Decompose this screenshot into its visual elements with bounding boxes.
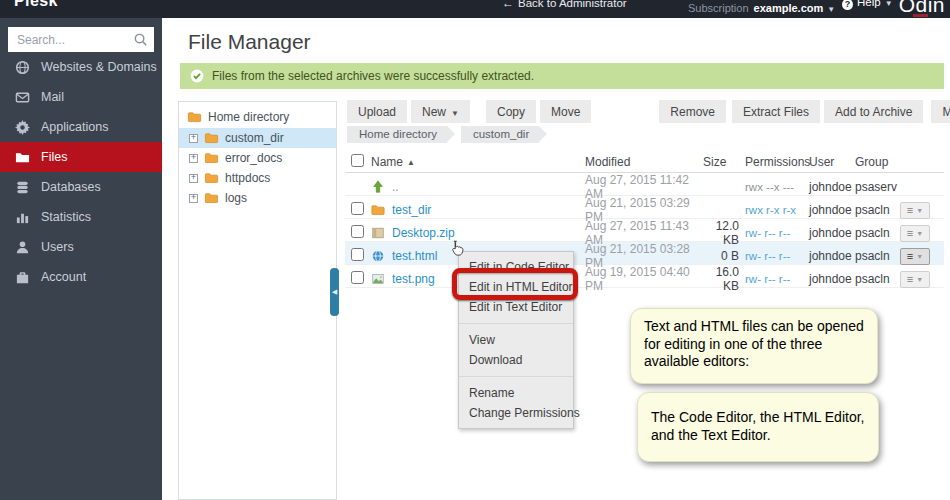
hand-cursor-icon — [449, 240, 466, 257]
sidebar-item-users[interactable]: Users — [0, 232, 162, 262]
chevron-down-icon: ▼ — [916, 230, 923, 237]
sidebar-item-statistics[interactable]: Statistics — [0, 202, 162, 232]
breadcrumb-custom-dir[interactable]: custom_dir — [461, 126, 539, 143]
menu-item-download[interactable]: Download — [459, 350, 573, 370]
subscription-menu[interactable]: Subscriptionexample.com▼ — [688, 2, 835, 14]
expand-icon[interactable]: + — [189, 154, 198, 163]
menu-item-edit-in-text-editor[interactable]: Edit in Text Editor — [459, 297, 573, 317]
tree-item-home-directory[interactable]: Home directory — [179, 106, 336, 128]
row-actions-button[interactable]: ≡▼ — [900, 225, 930, 242]
file-table: Name▲ Modified Size Permissions User Gro… — [345, 152, 944, 288]
column-header-name[interactable]: Name▲ — [371, 155, 585, 169]
table-row-up-level[interactable]: .. Aug 27, 2015 11:42 AM rwx --x --- joh… — [345, 173, 944, 196]
row-checkbox[interactable] — [351, 225, 364, 238]
page-title: File Manager — [188, 30, 311, 54]
file-name-link[interactable]: .. — [392, 180, 399, 194]
move-button[interactable]: Move — [540, 100, 591, 123]
help-menu[interactable]: ?Help▼ — [842, 0, 893, 10]
row-actions-button[interactable]: ≡▼ — [900, 271, 930, 288]
group-cell: psacln — [855, 249, 900, 263]
search-icon — [133, 32, 148, 47]
back-to-administrator-link[interactable]: ←Back to Administrator — [502, 0, 627, 10]
permissions-link[interactable]: rw- r-- r-- — [745, 227, 809, 239]
menu-icon: ≡ — [907, 204, 913, 216]
sidebar-item-files[interactable]: Files — [0, 142, 162, 172]
file-name-link[interactable]: Desktop.zip — [392, 226, 455, 240]
row-checkbox[interactable] — [351, 202, 364, 215]
menu-item-rename[interactable]: Rename — [459, 383, 573, 403]
new-button[interactable]: New▼ — [411, 100, 470, 123]
briefcase-icon — [15, 270, 30, 285]
add-to-archive-button[interactable]: Add to Archive — [824, 100, 923, 123]
sort-asc-icon: ▲ — [407, 158, 415, 167]
row-actions-button[interactable]: ≡▼ — [900, 248, 930, 265]
sidebar-item-websites-domains[interactable]: Websites & Domains — [0, 52, 162, 82]
check-circle-icon — [190, 69, 204, 83]
gear-icon — [15, 120, 30, 135]
upload-button[interactable]: Upload — [347, 100, 407, 123]
table-row-test-html[interactable]: test.html Aug 21, 2015 03:28 PM 0 B rw- … — [345, 242, 944, 265]
sidebar-item-databases[interactable]: Databases — [0, 172, 162, 202]
row-checkbox[interactable] — [351, 271, 364, 284]
user-cell: johndoe — [809, 180, 855, 194]
tree-item-custom-dir[interactable]: + custom_dir — [179, 128, 336, 148]
banner-message: Files from the selected archives were su… — [212, 69, 534, 83]
column-header-group[interactable]: Group — [855, 155, 900, 169]
plesk-logo[interactable]: Plesk — [14, 0, 58, 10]
breadcrumb: Home directory custom_dir — [347, 126, 553, 143]
table-row-desktop-zip[interactable]: Desktop.zip Aug 27, 2015 11:43 AM 12.0 K… — [345, 219, 944, 242]
html-icon — [371, 249, 385, 263]
folder-icon — [204, 131, 219, 145]
tree-item-logs[interactable]: + logs — [179, 188, 336, 208]
size-cell: 16.0 KB — [703, 265, 745, 293]
more-button[interactable]: More▼ — [931, 100, 950, 123]
permissions-link[interactable]: rwx r-x r-x — [745, 204, 809, 216]
red-highlight-annotation — [452, 268, 578, 300]
menu-icon: ≡ — [907, 273, 913, 285]
menu-item-change-permissions[interactable]: Change Permissions — [459, 403, 573, 423]
sidebar: Websites & Domains Mail Applications Fil… — [0, 18, 162, 500]
row-checkbox[interactable] — [351, 248, 364, 261]
expand-icon[interactable]: + — [189, 174, 198, 183]
tree-item-label: logs — [225, 191, 247, 205]
remove-button[interactable]: Remove — [659, 100, 726, 123]
chevron-down-icon: ▼ — [885, 0, 893, 8]
callout-text: The Code Editor, the HTML Editor, and th… — [651, 409, 864, 443]
group-cell: psacln — [855, 226, 900, 240]
table-row-test-dir[interactable]: test_dir Aug 21, 2015 03:29 PM rwx r-x r… — [345, 196, 944, 219]
select-all-checkbox[interactable] — [351, 154, 364, 167]
sidebar-item-mail[interactable]: Mail — [0, 82, 162, 112]
left-arrow-icon: ← — [502, 0, 514, 10]
copy-button[interactable]: Copy — [486, 100, 536, 123]
menu-separator — [459, 323, 573, 324]
breadcrumb-home-directory[interactable]: Home directory — [347, 126, 447, 143]
globe-icon — [15, 60, 30, 75]
table-header-row: Name▲ Modified Size Permissions User Gro… — [345, 152, 944, 173]
column-header-user[interactable]: User — [809, 155, 855, 169]
column-header-modified[interactable]: Modified — [585, 155, 703, 169]
zip-icon — [371, 226, 385, 240]
file-name-link[interactable]: test.html — [392, 249, 437, 263]
size-cell: 12.0 KB — [703, 219, 745, 247]
folder-icon — [204, 191, 219, 205]
permissions-link[interactable]: rw- r-- r-- — [745, 250, 809, 262]
sidebar-item-account[interactable]: Account — [0, 262, 162, 292]
expand-icon[interactable]: + — [189, 194, 198, 203]
row-actions-button[interactable]: ≡▼ — [900, 202, 930, 219]
expand-icon[interactable]: + — [189, 134, 198, 143]
permissions-link[interactable]: rw- r-- r-- — [745, 273, 809, 285]
column-header-size[interactable]: Size — [703, 155, 745, 169]
tree-item-error-docs[interactable]: + error_docs — [179, 148, 336, 168]
table-row-test-png[interactable]: test.png Aug 19, 2015 04:40 PM 16.0 KB r… — [345, 265, 944, 288]
sidebar-item-label: Mail — [41, 90, 64, 104]
chevron-down-icon: ▼ — [827, 5, 835, 14]
file-name-link[interactable]: test_dir — [392, 203, 431, 217]
panel-collapse-handle[interactable]: ◀ — [330, 268, 339, 316]
menu-item-view[interactable]: View — [459, 330, 573, 350]
extract-files-button[interactable]: Extract Files — [732, 100, 820, 123]
up-level-icon — [371, 180, 385, 194]
column-header-permissions[interactable]: Permissions — [745, 155, 809, 169]
file-name-link[interactable]: test.png — [392, 272, 435, 286]
sidebar-item-applications[interactable]: Applications — [0, 112, 162, 142]
tree-item-httpdocs[interactable]: + httpdocs — [179, 168, 336, 188]
